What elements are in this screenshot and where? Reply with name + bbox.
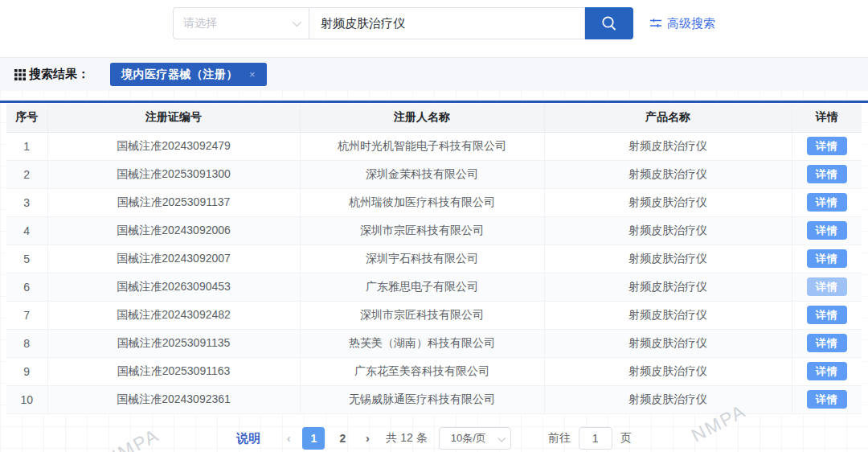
registration-number: 国械注准20243092361 xyxy=(47,385,300,413)
row-number: 5 xyxy=(6,244,47,273)
detail-button[interactable]: 详情 xyxy=(807,221,847,240)
filter-tag-label: 境内医疗器械（注册） xyxy=(121,68,238,82)
detail-cell: 详情 xyxy=(792,244,862,273)
detail-cell: 详情 xyxy=(792,273,862,301)
detail-button[interactable]: 详情 xyxy=(807,193,847,212)
detail-cell: 详情 xyxy=(792,160,862,188)
search-input[interactable] xyxy=(309,7,585,39)
grid-icon xyxy=(14,69,26,80)
row-number: 6 xyxy=(6,273,47,301)
table-row: 10国械注准20243092361无锡威脉通医疗科技有限公司射频皮肤治疗仪详情 xyxy=(6,385,862,413)
results-table: 序号 注册证编号 注册人名称 产品名称 详情 1国械注准20243092479杭… xyxy=(6,104,862,414)
detail-cell: 详情 xyxy=(792,188,862,216)
product-name: 射频皮肤治疗仪 xyxy=(544,273,792,301)
registrant-name: 广东花至美容科技有限公司 xyxy=(300,357,544,385)
next-page-icon[interactable]: › xyxy=(357,427,378,450)
product-name: 射频皮肤治疗仪 xyxy=(544,385,792,413)
search-bar: 请选择 高级搜索 xyxy=(173,7,715,39)
registrant-name: 深圳宇石科技有限公司 xyxy=(300,244,544,273)
detail-button[interactable]: 详情 xyxy=(807,362,847,380)
registration-number: 国械注准20243092479 xyxy=(47,132,300,160)
category-placeholder: 请选择 xyxy=(183,16,217,31)
table-row: 2国械注准20253091300深圳金茉科技有限公司射频皮肤治疗仪详情 xyxy=(6,160,862,188)
detail-button[interactable]: 详情 xyxy=(807,306,847,324)
product-name: 射频皮肤治疗仪 xyxy=(544,244,792,273)
page-button-2[interactable]: 2 xyxy=(331,427,354,450)
row-number: 8 xyxy=(6,329,47,357)
registrant-name: 深圳金茉科技有限公司 xyxy=(300,160,544,188)
header-row-number: 序号 xyxy=(6,104,47,132)
header-registrant: 注册人名称 xyxy=(300,104,544,132)
detail-button[interactable]: 详情 xyxy=(807,390,847,409)
goto-page-input[interactable] xyxy=(579,427,612,450)
advanced-search-link[interactable]: 高级搜索 xyxy=(649,16,715,31)
registration-number: 国械注准20263090453 xyxy=(47,273,300,301)
prev-page-icon[interactable]: ‹ xyxy=(278,427,299,450)
advanced-search-label: 高级搜索 xyxy=(667,16,715,31)
filter-sliders-icon xyxy=(649,17,662,30)
detail-cell: 详情 xyxy=(792,216,862,244)
divider-line xyxy=(0,101,868,103)
registrant-name: 深圳市宗匠科技有限公司 xyxy=(300,216,544,244)
detail-cell: 详情 xyxy=(792,132,862,160)
registrant-name: 热芙美（湖南）科技有限公司 xyxy=(300,329,544,357)
product-name: 射频皮肤治疗仪 xyxy=(544,160,792,188)
row-number: 9 xyxy=(6,357,47,385)
row-number: 7 xyxy=(6,301,47,329)
results-label-wrap: 搜索结果： xyxy=(14,67,89,82)
table-row: 4国械注准20243092006深圳市宗匠科技有限公司射频皮肤治疗仪详情 xyxy=(6,216,862,244)
registrant-name: 无锡威脉通医疗科技有限公司 xyxy=(300,385,544,413)
product-name: 射频皮肤治疗仪 xyxy=(544,188,792,216)
registrant-name: 杭州瑞彼加医疗科技有限公司 xyxy=(300,188,544,216)
page-button-1[interactable]: 1 xyxy=(302,427,325,450)
header-reg-number: 注册证编号 xyxy=(47,104,300,132)
detail-button[interactable]: 详情 xyxy=(807,277,847,296)
row-number: 3 xyxy=(6,188,47,216)
product-name: 射频皮肤治疗仪 xyxy=(544,132,792,160)
row-number: 2 xyxy=(6,160,47,188)
product-name: 射频皮肤治疗仪 xyxy=(544,329,792,357)
detail-button[interactable]: 详情 xyxy=(807,137,847,155)
registrant-name: 杭州时光机智能电子科技有限公司 xyxy=(300,132,544,160)
detail-cell: 详情 xyxy=(792,329,862,357)
registration-number: 国械注准20243092007 xyxy=(47,244,300,273)
detail-button[interactable]: 详情 xyxy=(807,334,847,352)
header-product-name: 产品名称 xyxy=(544,104,792,132)
total-count: 共 12 条 xyxy=(386,431,427,446)
table-body: 1国械注准20243092479杭州时光机智能电子科技有限公司射频皮肤治疗仪详情… xyxy=(6,132,862,413)
product-name: 射频皮肤治疗仪 xyxy=(544,357,792,385)
results-area: 搜索结果： 境内医疗器械（注册） × 序号 注册证编号 注册人名称 产品名称 详… xyxy=(0,57,868,452)
close-icon[interactable]: × xyxy=(249,68,256,80)
filter-tag[interactable]: 境内医疗器械（注册） × xyxy=(110,63,267,86)
table-row: 8国械注准20253091135热芙美（湖南）科技有限公司射频皮肤治疗仪详情 xyxy=(6,329,862,357)
registrant-name: 广东雅思电子有限公司 xyxy=(300,273,544,301)
registration-number: 国械注准20253091137 xyxy=(47,188,300,216)
table-row: 7国械注准20243092482深圳市宗匠科技有限公司射频皮肤治疗仪详情 xyxy=(6,301,862,329)
category-select[interactable]: 请选择 xyxy=(173,7,309,39)
note-link[interactable]: 说明 xyxy=(236,431,260,446)
registration-number: 国械注准20243092006 xyxy=(47,216,300,244)
detail-cell: 详情 xyxy=(792,301,862,329)
detail-cell: 详情 xyxy=(792,385,862,413)
row-number: 1 xyxy=(6,132,47,160)
registration-number: 国械注准20253091135 xyxy=(47,329,300,357)
goto-page: 前往 页 xyxy=(548,427,632,450)
detail-button[interactable]: 详情 xyxy=(807,165,847,183)
results-bar: 搜索结果： 境内医疗器械（注册） × xyxy=(0,57,868,91)
table-header: 序号 注册证编号 注册人名称 产品名称 详情 xyxy=(6,104,862,132)
page-size-select[interactable]: 10条/页 xyxy=(439,427,511,450)
goto-suffix: 页 xyxy=(620,431,632,446)
table-row: 6国械注准20263090453广东雅思电子有限公司射频皮肤治疗仪详情 xyxy=(6,273,862,301)
registration-number: 国械注准20253091300 xyxy=(47,160,300,188)
registration-number: 国械注准20253091163 xyxy=(47,357,300,385)
detail-cell: 详情 xyxy=(792,357,862,385)
chevron-down-icon xyxy=(293,18,301,27)
detail-button[interactable]: 详情 xyxy=(807,249,847,268)
search-button[interactable] xyxy=(585,7,633,39)
page-size-value: 10条/页 xyxy=(451,431,486,446)
header-detail: 详情 xyxy=(792,104,862,132)
product-name: 射频皮肤治疗仪 xyxy=(544,301,792,329)
pagination: 说明 ‹ 1 2 › 共 12 条 10条/页 前往 页 xyxy=(0,426,868,450)
table-row: 9国械注准20253091163广东花至美容科技有限公司射频皮肤治疗仪详情 xyxy=(6,357,862,385)
search-icon xyxy=(600,14,618,32)
